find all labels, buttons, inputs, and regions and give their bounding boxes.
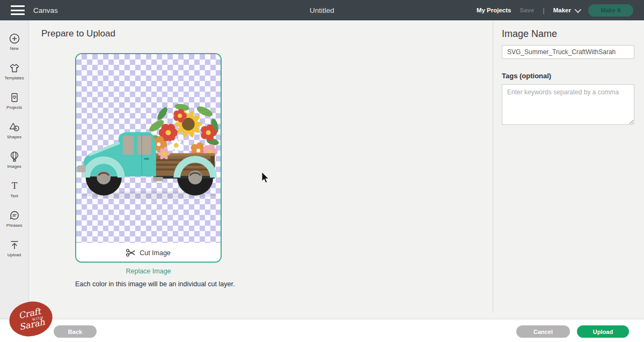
sidebar-item-label: Upload <box>8 252 21 257</box>
sidebar-item-upload[interactable]: Upload <box>0 233 29 263</box>
sidebar-item-images[interactable]: Images <box>0 145 29 174</box>
sidebar-item-text[interactable]: T Text <box>0 174 29 204</box>
sidebar-item-shapes[interactable]: Shapes <box>0 115 29 145</box>
topbar-actions: My Projects Save | Maker Make It <box>477 4 644 17</box>
sidebar-item-label: Images <box>7 164 21 169</box>
sidebar-item-new[interactable]: New <box>0 27 29 56</box>
topbar-divider: | <box>543 6 544 14</box>
project-board-icon <box>9 92 20 103</box>
hot-air-balloon-icon <box>9 151 20 162</box>
scissors-icon <box>126 249 135 257</box>
replace-image-link[interactable]: Replace Image <box>75 267 222 275</box>
upload-icon <box>9 239 20 251</box>
mouse-cursor <box>261 172 270 184</box>
image-name-heading: Image Name <box>502 28 557 40</box>
sidebar-item-label: Shapes <box>7 135 21 139</box>
machine-name: Maker <box>553 7 571 13</box>
cricut-design-space-app: Canvas Untitled My Projects Save | Maker… <box>0 0 644 342</box>
page-title: Prepare to Upload <box>41 28 115 39</box>
menu-icon[interactable] <box>11 5 25 15</box>
panel-divider <box>493 21 493 313</box>
back-button[interactable]: Back <box>54 325 97 338</box>
tags-label: Tags (optional) <box>502 72 551 80</box>
footer-bar: Back Cancel Upload <box>0 319 644 342</box>
sidebar-item-label: Projects <box>6 105 22 110</box>
machine-selector[interactable]: Maker <box>553 7 580 13</box>
cut-image-label: Cut Image <box>140 249 171 257</box>
sidebar-item-label: Phrases <box>6 223 22 228</box>
transparent-checker-background <box>76 54 221 243</box>
top-bar: Canvas Untitled My Projects Save | Maker… <box>0 0 644 20</box>
sidebar-item-label: Text <box>10 194 18 198</box>
sidebar-item-templates[interactable]: Templates <box>0 56 29 86</box>
sidebar-item-phrases[interactable]: Phrases <box>0 204 29 233</box>
save-button[interactable]: Save <box>520 7 535 13</box>
tags-input[interactable] <box>502 84 634 125</box>
sidebar-item-projects[interactable]: Projects <box>0 86 29 115</box>
upload-preview-card: Cut Image <box>75 53 222 263</box>
svg-text:T: T <box>11 181 17 191</box>
sidebar-item-label: Templates <box>4 76 24 80</box>
sidebar: New Templates Projects Shapes <box>0 20 29 319</box>
canvas-label[interactable]: Canvas <box>33 6 58 14</box>
cancel-button[interactable]: Cancel <box>516 325 570 338</box>
image-name-input[interactable] <box>502 45 634 59</box>
cut-image-bar[interactable]: Cut Image <box>76 243 221 263</box>
new-icon <box>9 33 20 44</box>
tshirt-icon <box>9 62 20 74</box>
cut-layer-description: Each color in this image will be an indi… <box>75 279 236 289</box>
text-icon: T <box>9 180 20 192</box>
uploaded-image-preview <box>76 54 221 241</box>
my-projects-link[interactable]: My Projects <box>477 7 511 13</box>
phrases-icon <box>9 210 20 221</box>
make-it-button[interactable]: Make It <box>588 4 633 17</box>
upload-button[interactable]: Upload <box>577 325 629 338</box>
sidebar-item-label: New <box>10 46 18 51</box>
chevron-down-icon <box>575 6 582 13</box>
shapes-icon <box>9 121 20 133</box>
